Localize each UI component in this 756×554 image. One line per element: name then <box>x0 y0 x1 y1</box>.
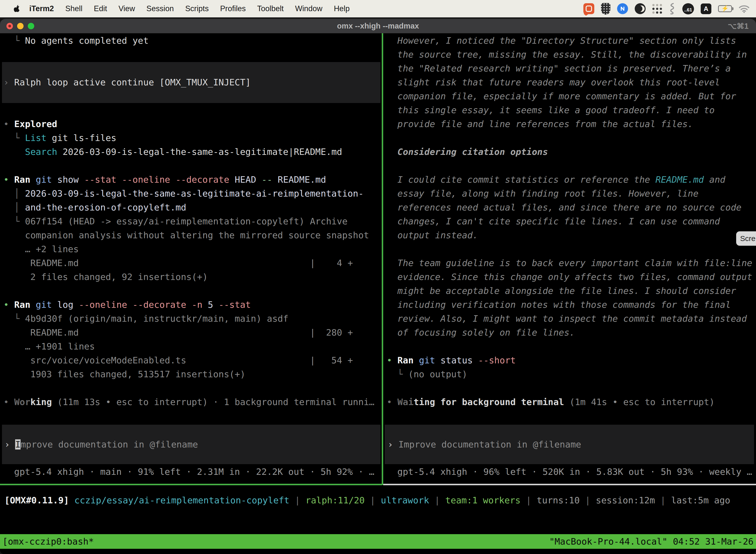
badge-61-icon[interactable]: ..61 <box>682 3 694 15</box>
omx-status-segment: | <box>429 495 445 505</box>
window-shortcut-badge: ⌥⌘1 <box>728 21 749 31</box>
model-status-right: gpt-5.4 xhigh · 96% left · 520K in · 5.8… <box>397 465 752 479</box>
menu-bar: iTerm2ShellEditViewSessionScriptsProfile… <box>0 0 756 17</box>
apple-menu-icon[interactable] <box>13 4 20 13</box>
hex-badge-icon[interactable] <box>617 3 628 15</box>
pane-bottom-border-right <box>383 484 756 485</box>
terminal-line: … +2 lines <box>3 242 382 256</box>
keyboard-layout-icon[interactable]: A <box>701 3 711 15</box>
terminal-line: output instead. <box>387 228 756 242</box>
terminal-line: the "Related research writing" section i… <box>387 62 756 75</box>
menu-item-help[interactable]: Help <box>328 4 356 13</box>
menu-item-shell[interactable]: Shell <box>60 4 88 13</box>
terminal-line: I could cite commit statistics or refere… <box>387 173 756 187</box>
terminal-line: provide file and line references from th… <box>387 117 756 131</box>
omx-status-segment: last:5m ago <box>671 495 730 505</box>
terminal-line: references need actual files, and since … <box>387 201 756 214</box>
menu-item-toolbelt[interactable]: Toolbelt <box>252 4 290 13</box>
terminal-line: • Ran git show --stat --oneline --decora… <box>3 173 382 187</box>
terminal-line: including verification notes with those … <box>387 298 756 312</box>
terminal-pane-right[interactable]: › Improve documentation in @filename gpt… <box>383 33 756 484</box>
terminal-line: 1903 files changed, 513517 insertions(+) <box>3 367 382 381</box>
omx-status-segment: [OMX#0.11.9] <box>4 495 69 505</box>
omx-status-segment: cczip/essay/ai-reimplementation-copyleft <box>74 495 290 505</box>
badge-61-label: ..61 <box>682 3 694 14</box>
dots-grid-icon[interactable] <box>652 3 662 15</box>
menu-item-profiles[interactable]: Profiles <box>214 4 251 13</box>
input-placeholder: mprove documentation in @filename <box>20 439 198 449</box>
omx-status-segment: | <box>290 495 306 505</box>
menu-item-edit[interactable]: Edit <box>88 4 113 13</box>
terminal-line: • Waiting for background terminal (1m 41… <box>387 395 756 409</box>
terminal-line: might be acceptable alongside the file l… <box>387 284 756 298</box>
menu-item-session[interactable]: Session <box>141 4 179 13</box>
menu-status-icons: ..61 A ⚡ <box>583 3 750 15</box>
terminal-content: › Improve documentation in @filename gpt… <box>0 33 756 484</box>
terminal-line: Considering citation options <box>387 145 756 159</box>
terminal-line: review. Also, I might want to inspect th… <box>387 312 756 326</box>
prompt-line-left[interactable]: › Improve documentation in @filename <box>4 438 198 451</box>
terminal-pane-left[interactable]: › Improve documentation in @filename gpt… <box>0 33 382 484</box>
terminal-line: › Ralph loop active continue [OMX_TMUX_I… <box>3 75 382 89</box>
terminal-line: Search 2026-03-09-is-legal-the-same-as-l… <box>3 145 382 159</box>
terminal-line: • Ran git status --short <box>387 353 756 367</box>
terminal-line: evidence. Since this change only affects… <box>387 270 756 284</box>
apple-logo-icon <box>13 4 20 13</box>
terminal-line: └ List git ls-files <box>3 131 382 145</box>
omx-status-segment: session:12m <box>596 495 655 505</box>
terminal-line: └ No agents completed yet <box>3 34 382 48</box>
terminal-line: └ (no output) <box>387 367 756 381</box>
terminal-line: • Ran git log --oneline --decorate -n 5 … <box>3 298 382 312</box>
keyboard-layout-label: A <box>701 3 711 14</box>
terminal-line: this single essay, it seems like a good … <box>387 103 756 117</box>
terminal-line: … +1901 lines <box>3 340 382 353</box>
input-placeholder: Improve documentation in @filename <box>398 439 581 449</box>
window-title: omx --xhigh --madmax <box>0 21 756 31</box>
text-cursor: I <box>15 439 20 449</box>
tmux-host-clock: "MacBook-Pro-44.local" 04:52 31-Mar-26 <box>549 534 754 549</box>
omx-status-segment: team:1 workers <box>445 495 520 505</box>
omx-status-segment: | <box>365 495 381 505</box>
omx-status-segment <box>69 495 74 505</box>
terminal-line: • Working (11m 13s • esc to interrupt) ·… <box>3 395 382 409</box>
terminal-line: │ and-the-erosion-of-copyleft.md <box>3 201 382 214</box>
menu-item-window[interactable]: Window <box>290 4 328 13</box>
squiggle-icon[interactable] <box>669 3 676 15</box>
omx-status-bar: [OMX#0.11.9] cczip/essay/ai-reimplementa… <box>0 492 756 508</box>
terminal-line: slight risk that future readers may over… <box>387 75 756 89</box>
terminal-line: • Explored <box>3 117 382 131</box>
menu-item-iterm2[interactable]: iTerm2 <box>20 4 60 13</box>
omx-status-segment: | <box>521 495 537 505</box>
terminal-line: └ 067f154 (HEAD -> essay/ai-reimplementa… <box>3 214 382 228</box>
terminal-line: essay file, along with finding root file… <box>387 187 756 201</box>
screen-sharing-overlay-label: Scre <box>740 234 756 243</box>
tmux-window-tab[interactable]: [omx-cczip0:bash* <box>2 534 94 549</box>
screen-sharing-overlay[interactable]: Scre <box>736 231 756 246</box>
menu-item-view[interactable]: View <box>113 4 141 13</box>
battery-icon[interactable]: ⚡ <box>718 3 732 15</box>
pane-bottom-border-left <box>0 484 382 485</box>
terminal-line: README.md | 4 + <box>3 256 382 270</box>
shield-icon[interactable] <box>601 3 611 15</box>
menu-items: iTerm2ShellEditViewSessionScriptsProfile… <box>20 4 356 13</box>
terminal-line: However, I noticed the "Directory Struct… <box>387 34 756 48</box>
omx-status-segment: | <box>655 495 671 505</box>
omx-status-segment: ultrawork <box>381 495 429 505</box>
terminal-line: └ 4b9d30f (origin/main, instructkr/main,… <box>3 312 382 326</box>
menu-item-scripts[interactable]: Scripts <box>180 4 214 13</box>
prompt-line-right[interactable]: › Improve documentation in @filename <box>388 438 581 451</box>
screen-record-icon[interactable] <box>583 3 594 15</box>
terminal-line: changes, I can't cite specific file line… <box>387 214 756 228</box>
prompt-chevron: › <box>4 439 15 449</box>
model-status-left: gpt-5.4 xhigh · main · 91% left · 2.31M … <box>14 465 374 479</box>
iterm-window: omx --xhigh --madmax ⌥⌘1 › Improve docum… <box>0 19 756 554</box>
prompt-chevron: › <box>388 439 398 449</box>
title-bar: omx --xhigh --madmax ⌥⌘1 <box>0 19 756 33</box>
wifi-icon[interactable] <box>739 3 750 15</box>
terminal-line: the source tree, missing the essay. Stil… <box>387 48 756 62</box>
omx-status-segment: | <box>580 495 596 505</box>
terminal-line: companion analysis without altering the … <box>3 228 382 242</box>
moon-circle-icon[interactable] <box>635 3 646 15</box>
omx-status-segment: turns:10 <box>537 495 580 505</box>
terminal-line: The team guideline is to back every impo… <box>387 256 756 270</box>
